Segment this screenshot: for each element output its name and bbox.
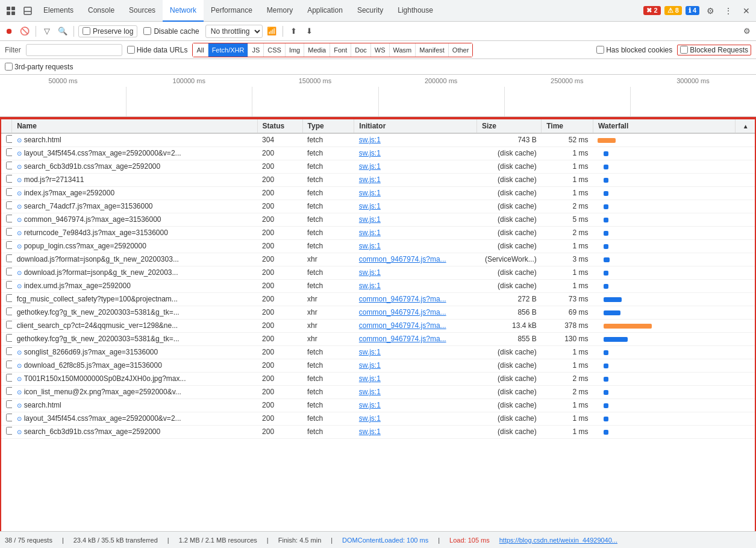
row-initiator-cell[interactable]: sw.js:1	[354, 266, 477, 279]
row-select-checkbox[interactable]	[6, 215, 12, 222]
table-row[interactable]: ⊙ T001R150x150M000000Sp0Bz4JXH0o.jpg?max…	[1, 372, 755, 385]
tab-console[interactable]: Console	[81, 0, 122, 22]
row-select-checkbox[interactable]	[6, 241, 12, 249]
col-type-header[interactable]: Type	[302, 119, 354, 133]
gear-icon[interactable]: ⚙	[740, 25, 754, 38]
row-select-checkbox[interactable]	[6, 281, 12, 289]
row-select-checkbox[interactable]	[6, 374, 12, 382]
table-row[interactable]: ⊙ search_6cb3d91b.css?max_age=2592000200…	[1, 425, 755, 438]
row-select-checkbox[interactable]	[6, 347, 12, 355]
table-row[interactable]: ⊙ index.umd.js?max_age=2592000200fetchsw…	[1, 279, 755, 292]
upload-icon[interactable]: ⬆	[287, 25, 301, 38]
close-icon[interactable]: ✕	[739, 4, 754, 18]
hide-data-urls-input[interactable]	[127, 46, 135, 54]
dock-icon[interactable]	[19, 0, 36, 22]
row-initiator-cell[interactable]: common_9467974.js?ma...	[354, 306, 477, 319]
row-select-checkbox[interactable]	[6, 427, 12, 435]
tab-performance[interactable]: Performance	[204, 0, 260, 22]
preserve-log-checkbox[interactable]: Preserve log	[78, 25, 137, 37]
table-row[interactable]: ⊙ index.js?max_age=2592000200fetchsw.js:…	[1, 186, 755, 200]
row-initiator-cell[interactable]: sw.js:1	[354, 345, 477, 359]
table-row[interactable]: ⊙ mod.js?r=2713411200fetchsw.js:1(disk c…	[1, 173, 755, 186]
filter-icon[interactable]: ▽	[40, 25, 54, 38]
col-waterfall-header[interactable]: Waterfall	[593, 119, 735, 133]
tab-lighthouse[interactable]: Lighthouse	[390, 0, 440, 22]
table-row[interactable]: ⊙ search.html200fetchsw.js:1(disk cache)…	[1, 398, 755, 412]
row-initiator-cell[interactable]: common_9467974.js?ma...	[354, 319, 477, 332]
type-btn-all[interactable]: All	[193, 43, 208, 57]
row-select-checkbox[interactable]	[6, 400, 12, 408]
table-row[interactable]: ⊙ search_6cb3d91b.css?max_age=2592000200…	[1, 160, 755, 173]
row-select-checkbox[interactable]	[6, 254, 12, 262]
col-sort-header[interactable]: ▲	[735, 119, 755, 133]
more-icon[interactable]: ⋮	[721, 4, 736, 18]
type-btn-js[interactable]: JS	[248, 43, 264, 57]
table-row[interactable]: ⊙ icon_list_menu@2x.png?max_age=2592000&…	[1, 385, 755, 398]
tab-memory[interactable]: Memory	[260, 0, 300, 22]
row-initiator-cell[interactable]: sw.js:1	[354, 359, 477, 372]
col-time-header[interactable]: Time	[542, 119, 593, 133]
row-initiator-cell[interactable]: sw.js:1	[354, 372, 477, 385]
type-btn-css[interactable]: CSS	[264, 43, 286, 57]
row-select-checkbox[interactable]	[6, 162, 12, 169]
table-row[interactable]: ⊙ songlist_8266d69.js?max_age=3153600020…	[1, 345, 755, 359]
has-blocked-cookies-input[interactable]	[596, 46, 604, 54]
blocked-requests-checkbox[interactable]: Blocked Requests	[677, 45, 751, 55]
table-row[interactable]: client_search_cp?ct=24&qqmusic_ver=1298&…	[1, 319, 755, 332]
row-initiator-cell[interactable]: sw.js:1	[354, 160, 477, 173]
row-select-checkbox[interactable]	[6, 414, 12, 421]
wifi-icon[interactable]: 📶	[265, 25, 278, 38]
table-wrapper[interactable]: Name Status Type Initiator Size	[1, 118, 755, 532]
row-select-checkbox[interactable]	[6, 135, 12, 143]
row-initiator-cell[interactable]: sw.js:1	[354, 146, 477, 160]
row-initiator-cell[interactable]: sw.js:1	[354, 213, 477, 226]
row-initiator-cell[interactable]: sw.js:1	[354, 173, 477, 186]
col-name-header[interactable]: Name	[12, 119, 257, 133]
preserve-log-input[interactable]	[83, 27, 90, 35]
tab-security[interactable]: Security	[350, 0, 390, 22]
tab-sources[interactable]: Sources	[122, 0, 163, 22]
third-party-input[interactable]	[5, 63, 13, 71]
type-btn-img[interactable]: Img	[286, 43, 304, 57]
table-row[interactable]: ⊙ popup_login.css?max_age=25920000200fet…	[1, 239, 755, 253]
table-row[interactable]: ⊙ download.js?format=jsonp&g_tk_new_2020…	[1, 266, 755, 279]
table-row[interactable]: download.js?format=jsonp&g_tk_new_202003…	[1, 253, 755, 266]
row-select-checkbox[interactable]	[6, 307, 12, 315]
type-btn-ws[interactable]: WS	[371, 43, 390, 57]
type-btn-manifest[interactable]: Manifest	[416, 43, 449, 57]
table-row[interactable]: ⊙ layout_34f5f454.css?max_age=25920000&v…	[1, 412, 755, 425]
settings-icon[interactable]: ⚙	[703, 4, 717, 18]
type-btn-wasm[interactable]: Wasm	[390, 43, 416, 57]
third-party-checkbox[interactable]: 3rd-party requests	[5, 63, 73, 71]
tab-application[interactable]: Application	[300, 0, 350, 22]
col-initiator-header[interactable]: Initiator	[354, 119, 477, 133]
type-btn-media[interactable]: Media	[304, 43, 330, 57]
row-select-checkbox[interactable]	[6, 268, 12, 276]
row-initiator-cell[interactable]: common_9467974.js?ma...	[354, 253, 477, 266]
table-row[interactable]: ⊙ layout_34f5f454.css?max_age=25920000&v…	[1, 146, 755, 160]
has-blocked-cookies-checkbox[interactable]: Has blocked cookies	[596, 46, 672, 54]
table-row[interactable]: ⊙ search.html304fetchsw.js:1743 B52 ms	[1, 133, 755, 146]
type-btn-doc[interactable]: Doc	[351, 43, 371, 57]
hide-data-urls-checkbox[interactable]: Hide data URLs	[127, 46, 188, 54]
row-select-checkbox[interactable]	[6, 188, 12, 196]
row-initiator-cell[interactable]: sw.js:1	[354, 279, 477, 292]
row-initiator-cell[interactable]: common_9467974.js?ma...	[354, 292, 477, 306]
row-select-checkbox[interactable]	[6, 228, 12, 236]
row-initiator-cell[interactable]: sw.js:1	[354, 398, 477, 412]
row-initiator-cell[interactable]: sw.js:1	[354, 412, 477, 425]
table-row[interactable]: fcg_music_collect_safety?type=100&projec…	[1, 292, 755, 306]
type-btn-other[interactable]: Other	[449, 43, 473, 57]
disable-cache-input[interactable]	[143, 27, 151, 35]
throttle-select[interactable]: No throttling Fast 3G Slow 3G Offline	[205, 25, 263, 38]
row-select-checkbox[interactable]	[6, 387, 12, 395]
row-select-checkbox[interactable]	[6, 321, 12, 329]
type-btn-fetch-xhr[interactable]: Fetch/XHR	[208, 43, 249, 57]
col-status-header[interactable]: Status	[257, 119, 302, 133]
tab-network[interactable]: Network	[163, 0, 204, 22]
row-select-checkbox[interactable]	[6, 361, 12, 368]
table-row[interactable]: gethotkey.fcg?g_tk_new_20200303=5381&g_t…	[1, 332, 755, 345]
record-button[interactable]: ⏺	[2, 25, 16, 38]
search-icon[interactable]: 🔍	[56, 25, 69, 38]
tab-elements[interactable]: Elements	[36, 0, 81, 22]
